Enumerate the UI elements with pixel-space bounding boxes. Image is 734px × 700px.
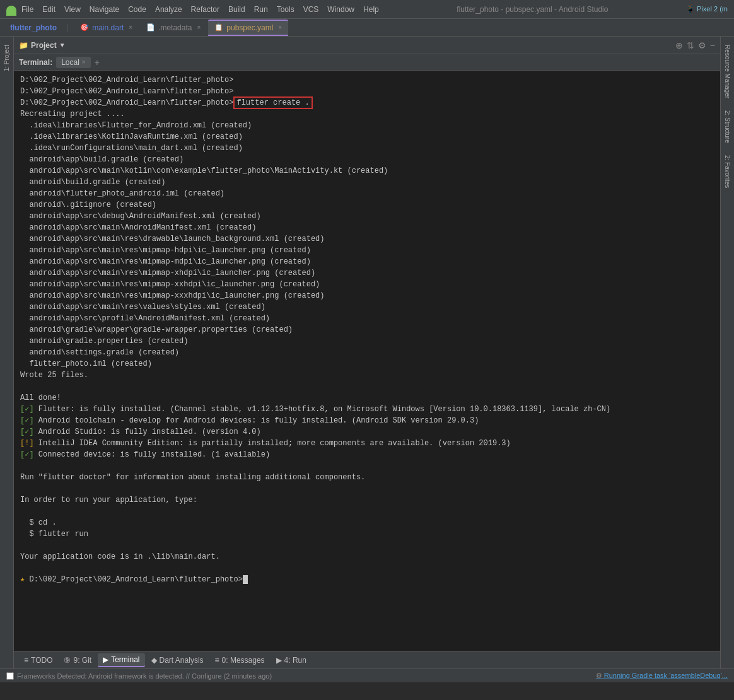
bottom-tool-bar: ≡ TODO ⑨ 9: Git ▶ Terminal ◆ Dart Analys… <box>14 651 720 668</box>
sort-icon[interactable]: ⇅ <box>687 40 694 50</box>
device-label: 📱 Pixel 2 (m <box>686 5 728 13</box>
metadata-file-icon: 📄 <box>146 23 155 32</box>
terminal-toolchain-status: [✓] Android toolchain - develop for Andr… <box>20 415 714 426</box>
terminal-line-mdpi: android\app\src\main\res\mipmap-mdpi\ic_… <box>20 256 714 267</box>
menu-refactor[interactable]: Refactor <box>191 5 219 14</box>
framework-checkbox[interactable] <box>6 672 14 680</box>
terminal-line-settings-gradle: android\settings.gradle (created) <box>20 347 714 358</box>
terminal-run-doctor: Run "flutter doctor" for information abo… <box>20 472 714 483</box>
terminal-line-xxhdpi: android\app\src\main\res\mipmap-xxhdpi\i… <box>20 279 714 290</box>
tool-todo[interactable]: ≡ TODO <box>19 654 57 667</box>
tab-close-metadata[interactable]: × <box>197 24 201 31</box>
terminal-blank-4 <box>20 506 714 517</box>
terminal-line-build-gradle: android\build.gradle (created) <box>20 177 714 188</box>
terminal-studio-status: [✓] Android Studio: is fully installed. … <box>20 426 714 438</box>
sidebar-tab-project[interactable]: 1: Project <box>1 40 12 76</box>
sidebar-tab-favorites[interactable]: 2: Favorites <box>722 150 733 193</box>
terminal-line-styles: android\app\src\main\res\values\styles.x… <box>20 301 714 313</box>
menu-file[interactable]: File <box>21 5 33 14</box>
menu-bar: File Edit View Navigate Code Analyze Ref… <box>21 5 379 14</box>
gradle-spinner: ⚙ <box>596 672 602 679</box>
flutter-create-command: flutter create . <box>233 96 312 109</box>
folder-icon: 📁 <box>19 41 28 50</box>
tool-git[interactable]: ⑨ 9: Git <box>59 654 96 667</box>
menu-analyze[interactable]: Analyze <box>155 5 182 14</box>
tab-pubspec-yaml[interactable]: 📋 pubspec.yaml × <box>208 20 288 36</box>
terminal-in-order: In order to run your application, type: <box>20 494 714 506</box>
android-icon <box>6 6 16 16</box>
menu-vcs[interactable]: VCS <box>303 5 319 14</box>
terminal-line-gradle1: android\app\build.gradle (created) <box>20 154 714 165</box>
terminal-intellij-status: [!] IntelliJ IDEA Community Edition: is … <box>20 438 714 449</box>
terminal-line-idea1: .idea\libraries\Flutter_for_Android.xml … <box>20 120 714 131</box>
terminal-line-2: D:\002_Project\002_Android_Learn\flutter… <box>20 86 714 97</box>
terminal-line-recreating: Recreating project .... <box>20 108 714 120</box>
messages-icon: ≡ <box>215 656 219 665</box>
yaml-file-icon: 📋 <box>214 23 223 32</box>
tab-project-flutter[interactable]: flutter_photo <box>5 20 62 36</box>
settings-icon[interactable]: ⚙ <box>698 40 706 50</box>
menu-navigate[interactable]: Navigate <box>90 5 119 14</box>
terminal-line-1: D:\002_Project\002_Android_Learn\flutter… <box>20 74 714 86</box>
menu-code[interactable]: Code <box>128 5 146 14</box>
menu-build[interactable]: Build <box>228 5 245 14</box>
terminal-flutter-status: [✓] Flutter: is fully installed. (Channe… <box>20 404 714 415</box>
tool-run[interactable]: ▶ 4: Run <box>271 654 312 667</box>
dart-file-icon: 🎯 <box>80 23 89 32</box>
content-area: 📁 Project ▼ ⊕ ⇅ ⚙ − Terminal: Local × + … <box>14 37 720 668</box>
tab-metadata[interactable]: 📄 .metadata × <box>140 20 207 36</box>
terminal-line-hdpi: android\app\src\main\res\mipmap-hdpi\ic_… <box>20 245 714 256</box>
todo-icon: ≡ <box>24 656 28 665</box>
menu-view[interactable]: View <box>64 5 81 14</box>
terminal-add-button[interactable]: + <box>95 57 100 67</box>
tab-main-dart[interactable]: 🎯 main.dart × <box>74 20 139 36</box>
terminal-blank-2 <box>20 460 714 472</box>
terminal-line-idea2: .idea\libraries\KotlinJavaRuntime.xml (c… <box>20 131 714 143</box>
locate-icon[interactable]: ⊕ <box>675 40 683 50</box>
terminal-line-drawable: android\app\src\main\res\drawable\launch… <box>20 233 714 245</box>
terminal-line-idea3: .idea\runConfigurations\main_dart.xml (c… <box>20 143 714 154</box>
main-layout: 1: Project 📁 Project ▼ ⊕ ⇅ ⚙ − Terminal:… <box>0 37 734 668</box>
terminal-app-code: Your application code is in .\lib\main.d… <box>20 551 714 563</box>
terminal-line-gitignore: android\.gitignore (created) <box>20 199 714 211</box>
terminal-device-status: [✓] Connected device: is fully installed… <box>20 449 714 460</box>
terminal-label: Terminal: <box>19 58 52 67</box>
project-title: 📁 Project ▼ <box>19 41 66 50</box>
menu-help[interactable]: Help <box>363 5 379 14</box>
sidebar-tab-structure[interactable]: 2: Structure <box>722 105 733 148</box>
terminal-line-debug-manifest: android\app\src\debug\AndroidManifest.xm… <box>20 211 714 222</box>
run-icon: ▶ <box>276 656 282 665</box>
title-bar: File Edit View Navigate Code Analyze Ref… <box>0 0 734 19</box>
terminal-line-gradle-props: android\gradle.properties (created) <box>20 335 714 347</box>
menu-run[interactable]: Run <box>254 5 268 14</box>
terminal-tab-close[interactable]: × <box>82 59 86 66</box>
terminal-line-xhdpi: android\app\src\main\res\mipmap-xhdpi\ic… <box>20 267 714 279</box>
dropdown-icon[interactable]: ▼ <box>59 42 66 49</box>
terminal-line-3: D:\002_Project\002_Android_Learn\flutter… <box>20 97 714 108</box>
tab-close-main-dart[interactable]: × <box>129 24 132 31</box>
tab-close-pubspec[interactable]: × <box>278 24 282 31</box>
editor-tab-bar: flutter_photo | 🎯 main.dart × 📄 .metadat… <box>0 19 734 37</box>
right-sidebar: Resource Manager 2: Structure 2: Favorit… <box>720 37 734 668</box>
sidebar-tab-resource-manager[interactable]: Resource Manager <box>722 40 733 103</box>
terminal-icon: ▶ <box>103 655 108 664</box>
terminal-cursor <box>243 575 248 584</box>
menu-window[interactable]: Window <box>327 5 354 14</box>
terminal-prompt-final: ★ D:\002_Project\002_Android_Learn\flutt… <box>20 574 714 585</box>
tool-terminal[interactable]: ▶ Terminal <box>98 653 144 667</box>
tool-messages[interactable]: ≡ 0: Messages <box>210 654 270 667</box>
menu-edit[interactable]: Edit <box>42 5 55 14</box>
terminal-local-tab[interactable]: Local × <box>56 57 91 68</box>
collapse-icon[interactable]: − <box>710 40 715 50</box>
terminal-line-all-done: All done! <box>20 392 714 404</box>
terminal-tab-bar: Terminal: Local × + <box>14 54 720 71</box>
tool-dart-analysis[interactable]: ◆ Dart Analysis <box>146 654 209 667</box>
menu-tools[interactable]: Tools <box>277 5 294 14</box>
status-left: Frameworks Detected: Android framework i… <box>6 672 272 680</box>
dart-analysis-icon: ◆ <box>151 656 157 665</box>
git-icon: ⑨ <box>64 656 71 665</box>
left-sidebar: 1: Project <box>0 37 14 668</box>
terminal-blank-3 <box>20 483 714 494</box>
terminal-line-iml: android\flutter_photo_android.iml (creat… <box>20 188 714 199</box>
terminal-blank-6 <box>20 563 714 574</box>
